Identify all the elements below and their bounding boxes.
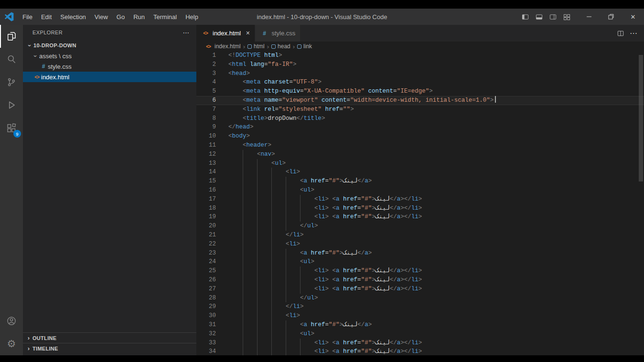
line-number[interactable]: 1	[196, 51, 228, 60]
line-content[interactable]: <title>dropDown</title>	[228, 114, 325, 123]
line-content[interactable]: <a href="#">لینک</a>	[228, 249, 372, 258]
outline-section[interactable]: › OUTLINE	[23, 332, 196, 343]
line-number[interactable]: 22	[196, 240, 228, 249]
explorer-icon[interactable]	[0, 25, 23, 48]
line-number[interactable]: 9	[196, 123, 228, 132]
minimize-button[interactable]	[578, 9, 600, 25]
line-number[interactable]: 10	[196, 132, 228, 141]
tab-index-html[interactable]: <> index.html ✕	[196, 25, 255, 42]
breadcrumb-file[interactable]: <> index.html	[204, 43, 241, 50]
code-line[interactable]: 15 <a href="#">لینک</a>	[196, 177, 644, 186]
line-content[interactable]: <meta charset="UTF-8">	[228, 78, 322, 87]
line-content[interactable]: <meta name="viewport" content="width=dev…	[228, 96, 496, 105]
code-line[interactable]: 11 <header>	[196, 141, 644, 150]
line-number[interactable]: 16	[196, 186, 228, 195]
code-line[interactable]: 17 <li> <a href="#">لینک</a></li>	[196, 195, 644, 204]
tree-item-assets-css[interactable]: › assets \ css	[23, 51, 196, 61]
line-number[interactable]: 6	[196, 96, 228, 105]
line-number[interactable]: 30	[196, 311, 228, 320]
line-content[interactable]: <nav>	[228, 150, 275, 159]
line-number[interactable]: 5	[196, 87, 228, 96]
code-line[interactable]: 18 <li> <a href="#">لینک</a></li>	[196, 204, 644, 213]
toggle-panel-icon[interactable]	[536, 13, 543, 21]
line-number[interactable]: 24	[196, 257, 228, 266]
line-content[interactable]: <li> <a href="#">لینک</a></li>	[228, 339, 422, 348]
breadcrumb-html[interactable]: html	[247, 43, 265, 50]
line-content[interactable]: <head>	[228, 69, 250, 78]
line-content[interactable]: <html lang="fa-IR">	[228, 60, 297, 69]
line-number[interactable]: 14	[196, 168, 228, 177]
line-content[interactable]: <li> <a href="#">لینک</a></li>	[228, 347, 422, 355]
code-line[interactable]: 19 <li> <a href="#">لینک</a></li>	[196, 213, 644, 222]
line-content[interactable]: <meta http-equiv="X-UA-Compatible" conte…	[228, 87, 433, 96]
line-content[interactable]: <li>	[228, 311, 300, 320]
line-number[interactable]: 15	[196, 177, 228, 186]
close-button[interactable]: ✕	[622, 9, 644, 25]
line-number[interactable]: 33	[196, 339, 228, 348]
menu-item-run[interactable]: Run	[129, 9, 149, 25]
line-content[interactable]: <li> <a href="#">لینک</a></li>	[228, 204, 422, 213]
breadcrumb-link[interactable]: link	[297, 43, 312, 50]
run-debug-icon[interactable]	[0, 94, 23, 117]
code-line[interactable]: 26 <li> <a href="#">لینک</a></li>	[196, 276, 644, 285]
code-line[interactable]: 10<body>	[196, 132, 644, 141]
line-content[interactable]: </li>	[228, 302, 304, 311]
timeline-section[interactable]: › TIMELINE	[23, 343, 196, 353]
line-number[interactable]: 2	[196, 60, 228, 69]
line-number[interactable]: 20	[196, 222, 228, 231]
toggle-sidebar-icon[interactable]	[522, 13, 529, 21]
tree-item-style-css[interactable]: # style.css	[23, 61, 196, 72]
menu-item-file[interactable]: File	[18, 9, 37, 25]
code-line[interactable]: 30 <li>	[196, 311, 644, 320]
line-content[interactable]: </ul>	[228, 294, 318, 303]
line-number[interactable]: 12	[196, 150, 228, 159]
extensions-icon[interactable]: 9	[0, 117, 23, 139]
menu-item-go[interactable]: Go	[112, 9, 129, 25]
tab-style-css[interactable]: # style.css	[255, 25, 301, 42]
code-line[interactable]: 13 <ul>	[196, 159, 644, 168]
menu-item-help[interactable]: Help	[181, 9, 203, 25]
line-number[interactable]: 8	[196, 114, 228, 123]
line-content[interactable]: <body>	[228, 132, 250, 141]
line-content[interactable]: <a href="#">لینک</a>	[228, 177, 372, 186]
line-number[interactable]: 17	[196, 195, 228, 204]
code-line[interactable]: 9</head>	[196, 123, 644, 132]
menu-item-edit[interactable]: Edit	[37, 9, 56, 25]
code-line[interactable]: 29 </li>	[196, 302, 644, 311]
code-line[interactable]: 32 <ul>	[196, 330, 644, 339]
code-line[interactable]: 8 <title>dropDown</title>	[196, 114, 644, 123]
line-number[interactable]: 18	[196, 204, 228, 213]
restore-button[interactable]	[600, 9, 622, 25]
code-line[interactable]: 20 </ul>	[196, 222, 644, 231]
line-number[interactable]: 3	[196, 69, 228, 78]
line-content[interactable]: <ul>	[228, 159, 286, 168]
line-number[interactable]: 13	[196, 159, 228, 168]
code-editor[interactable]: 1<!DOCTYPE html>2<html lang="fa-IR">3<he…	[196, 51, 644, 355]
code-line[interactable]: 5 <meta http-equiv="X-UA-Compatible" con…	[196, 87, 644, 96]
code-line[interactable]: 6 <meta name="viewport" content="width=d…	[196, 96, 644, 105]
account-icon[interactable]	[0, 309, 23, 332]
line-number[interactable]: 31	[196, 320, 228, 330]
code-line[interactable]: 27 <li> <a href="#">لینک</a></li>	[196, 285, 644, 294]
editor-more-actions-icon[interactable]: ⋯	[630, 29, 637, 38]
code-line[interactable]: 14 <li>	[196, 168, 644, 177]
line-content[interactable]: <li> <a href="#">لینک</a></li>	[228, 195, 422, 204]
editor-scrollbar[interactable]	[639, 55, 643, 181]
line-number[interactable]: 29	[196, 302, 228, 311]
code-line[interactable]: 3<head>	[196, 69, 644, 78]
line-content[interactable]: <li>	[228, 240, 300, 249]
line-content[interactable]: <li> <a href="#">لینک</a></li>	[228, 276, 422, 285]
line-content[interactable]: <a href="#">لینک</a>	[228, 320, 372, 330]
explorer-more-actions-icon[interactable]: ⋯	[183, 29, 190, 36]
code-line[interactable]: 33 <li> <a href="#">لینک</a></li>	[196, 339, 644, 348]
line-number[interactable]: 19	[196, 213, 228, 222]
line-number[interactable]: 25	[196, 266, 228, 276]
code-line[interactable]: 16 <ul>	[196, 186, 644, 195]
line-content[interactable]: <li> <a href="#">لینک</a></li>	[228, 213, 422, 222]
line-number[interactable]: 27	[196, 285, 228, 294]
code-line[interactable]: 2<html lang="fa-IR">	[196, 60, 644, 69]
tree-item-index-html[interactable]: <> index.html	[23, 72, 196, 82]
code-line[interactable]: 31 <a href="#">لینک</a>	[196, 320, 644, 330]
menu-item-selection[interactable]: Selection	[56, 9, 90, 25]
code-line[interactable]: 23 <a href="#">لینک</a>	[196, 249, 644, 258]
